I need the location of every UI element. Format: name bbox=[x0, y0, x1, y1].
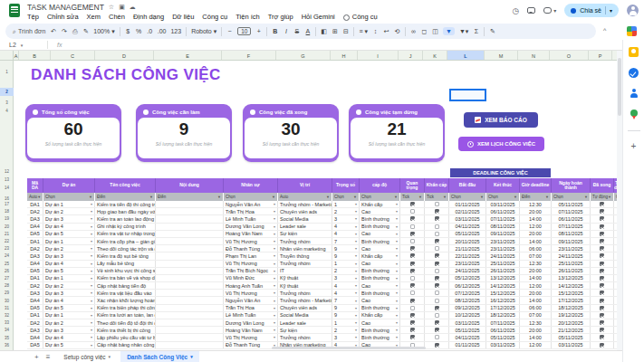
dropdown-icon[interactable]: ▾ bbox=[274, 239, 275, 243]
cell-bat_dau[interactable]: 04/11/2025 bbox=[449, 334, 486, 340]
align-icon[interactable]: ≡ ▾ bbox=[359, 28, 368, 35]
quan_trong-checkbox[interactable] bbox=[410, 313, 415, 318]
cell-vi_tri[interactable]: Sự kiện bbox=[278, 327, 332, 333]
cell-gio[interactable]: 14:00 bbox=[520, 334, 552, 340]
dropdown-icon[interactable]: ▾ bbox=[91, 209, 92, 214]
cell-trong_so[interactable]: 2▾ bbox=[332, 208, 360, 214]
cell-quan_trong[interactable] bbox=[400, 319, 425, 326]
cell-da_xong[interactable] bbox=[591, 275, 614, 281]
dropdown-icon[interactable]: ▾ bbox=[396, 283, 398, 288]
dropdown-icon[interactable]: ▾ bbox=[396, 216, 398, 221]
quan_trong-checkbox[interactable] bbox=[410, 262, 415, 266]
row-header-24[interactable]: 24 bbox=[0, 252, 14, 260]
filter-dropdown-icon[interactable]: ▼ bbox=[149, 195, 153, 199]
cell-bat_dau[interactable]: 01/11/2025 bbox=[449, 342, 486, 348]
cell-nhan_su[interactable]: Lê Minh Tuấn▾ bbox=[224, 312, 278, 319]
cell-trong_so[interactable]: 3▾ bbox=[332, 334, 360, 340]
add-sheet-icon[interactable]: + bbox=[34, 353, 39, 361]
cell-ket_thuc[interactable]: 17/12/2025 bbox=[486, 305, 520, 311]
cell-nhan_su[interactable]: Phạm Thị Lan▾ bbox=[224, 252, 278, 259]
cell-gio[interactable]: 14:00 bbox=[520, 215, 552, 222]
cell-bat_dau[interactable]: 20/11/2025 bbox=[449, 238, 486, 244]
cell-vi_tri[interactable]: Social Media bbox=[278, 312, 332, 319]
minus-icon[interactable]: − bbox=[226, 28, 233, 34]
column-header-noi[interactable]: Nội dung bbox=[156, 178, 224, 193]
row-header-18[interactable]: 18 bbox=[0, 208, 14, 215]
cell-ten[interactable]: Kiểm tra độ sụt bê tông bbox=[95, 252, 156, 259]
cell-quan_trong[interactable] bbox=[400, 261, 425, 267]
cell-gio[interactable]: 20:00 bbox=[520, 208, 552, 214]
row-header-4[interactable]: 4 bbox=[0, 107, 14, 115]
filter-dropdown-icon[interactable]: ▼ bbox=[514, 195, 517, 199]
filter-bat_dau[interactable]: Chọn▼ bbox=[449, 193, 486, 201]
cell-ket_thuc[interactable]: 23/11/2025 bbox=[486, 245, 520, 252]
menu-10[interactable]: Công cụ bbox=[343, 13, 378, 21]
cell-hoan_thanh[interactable]: 05/11/2025 bbox=[552, 334, 591, 340]
cell-ten[interactable]: Lập phiếu yêu cầu vật tư bổ su bbox=[95, 334, 156, 340]
cell-noi[interactable] bbox=[156, 224, 224, 230]
filter-noi[interactable]: Điền▼ bbox=[156, 193, 224, 201]
cell-bat_dau[interactable]: 04/11/2025 bbox=[449, 224, 486, 230]
dropdown-icon[interactable]: ▾ bbox=[274, 269, 275, 273]
cell-nhan_su[interactable]: Dương Văn Long▾ bbox=[224, 319, 278, 326]
cell-ket_thuc[interactable]: 05/11/2025 bbox=[486, 334, 520, 340]
cell-vi_tri[interactable]: Trưởng nhóm bbox=[278, 238, 332, 244]
cell-nhan_su[interactable]: Hoàng Văn Nam▾ bbox=[224, 327, 278, 333]
decimal-increase-icon[interactable]: .00 bbox=[158, 28, 167, 34]
view-schedule-button[interactable]: XEM LỊCH CÔNG VIỆC bbox=[458, 137, 544, 151]
cell-trong_so[interactable]: 3▾ bbox=[332, 215, 360, 222]
cell-khan_cap[interactable] bbox=[425, 224, 449, 230]
cell-du_an[interactable]: Dự án 4▾ bbox=[43, 261, 95, 267]
column-header-E[interactable]: E bbox=[154, 51, 222, 61]
cell-cap_do[interactable]: Bình thường▾ bbox=[360, 327, 400, 333]
dropdown-icon[interactable]: ▾ bbox=[355, 253, 357, 258]
column-header-hoan_thanh[interactable]: Ngày hoàn thành bbox=[552, 178, 591, 193]
cell-vi_tri[interactable]: Social Media bbox=[278, 215, 332, 222]
menu-1[interactable]: Chỉnh sửa bbox=[47, 13, 79, 21]
cell-hoan_thanh[interactable]: 13/12/2025 bbox=[552, 275, 591, 281]
column-header-M[interactable]: M bbox=[485, 51, 518, 61]
cell-bat_dau[interactable]: 06/12/2025 bbox=[449, 282, 486, 289]
filter-dropdown-icon[interactable]: ▼ bbox=[584, 195, 588, 199]
khan_cap-checkbox[interactable] bbox=[435, 239, 439, 243]
cell-ket_thuc[interactable]: 07/11/2025 bbox=[486, 319, 520, 326]
cell-quan_trong[interactable] bbox=[400, 305, 425, 311]
khan_cap-checkbox[interactable] bbox=[435, 216, 439, 221]
cell-da_xong[interactable] bbox=[591, 252, 614, 259]
cell-ma[interactable]: DA4 bbox=[27, 297, 43, 303]
view-report-button[interactable]: XEM BÁO CÁO bbox=[464, 112, 538, 128]
sheet-canvas[interactable]: 1234121314161718192021222324252627282930… bbox=[0, 61, 617, 350]
row-header-3[interactable]: 3 bbox=[0, 99, 14, 107]
horizontal-scrollbar[interactable] bbox=[272, 347, 426, 349]
sheet-tab-0[interactable]: Setup công việc▾ bbox=[57, 351, 117, 362]
cell-noi[interactable] bbox=[156, 312, 224, 319]
cell-hoan_thanh[interactable]: 08/11/2025 bbox=[552, 231, 591, 237]
menu-0[interactable]: Tệp bbox=[27, 13, 39, 21]
cell-quan_trong[interactable] bbox=[400, 208, 425, 214]
cell-bat_dau[interactable]: 24/11/2025 bbox=[449, 268, 486, 274]
cell-hoan_thanh[interactable]: 03/11/2025 bbox=[552, 342, 591, 348]
cell-ten[interactable]: Theo dõi công tác trộn và đổ b bbox=[95, 245, 156, 252]
cell-trong_so[interactable]: 9▾ bbox=[332, 252, 360, 259]
decimal-decrease-icon[interactable]: .0 bbox=[147, 28, 153, 34]
document-title[interactable]: TASK MANAGEMENT bbox=[27, 3, 104, 12]
cell-ket_thuc[interactable]: 16/12/2025 bbox=[486, 297, 520, 303]
pen-icon[interactable]: ✎ bbox=[489, 28, 495, 35]
row-header-26[interactable]: 26 bbox=[0, 268, 14, 275]
dropdown-icon[interactable]: ▾ bbox=[396, 262, 398, 266]
cell-cap_do[interactable]: Cao▾ bbox=[360, 231, 400, 237]
cell-bat_dau[interactable]: 05/12/2025 bbox=[449, 275, 486, 281]
da_xong-checkbox[interactable] bbox=[600, 320, 604, 325]
cell-noi[interactable] bbox=[156, 275, 224, 281]
cell-bat_dau[interactable]: 08/12/2025 bbox=[449, 297, 486, 303]
cell-cap_do[interactable]: Cao▾ bbox=[360, 282, 400, 289]
share-dropdown-icon[interactable]: ▾ bbox=[610, 7, 612, 14]
column-header-B[interactable]: B bbox=[19, 51, 51, 61]
cell-nhan_su[interactable]: Dương Văn Long▾ bbox=[224, 224, 278, 230]
cell-ket_thuc[interactable]: 23/11/2025 bbox=[486, 238, 520, 244]
cell-bat_dau[interactable]: 03/11/2025 bbox=[449, 319, 486, 326]
selected-cell-L2[interactable] bbox=[449, 89, 486, 101]
row-header-12[interactable]: 12 bbox=[0, 167, 14, 176]
insert-chart-icon[interactable]: ◫ bbox=[432, 28, 438, 35]
cell-da_xong[interactable] bbox=[591, 327, 614, 333]
